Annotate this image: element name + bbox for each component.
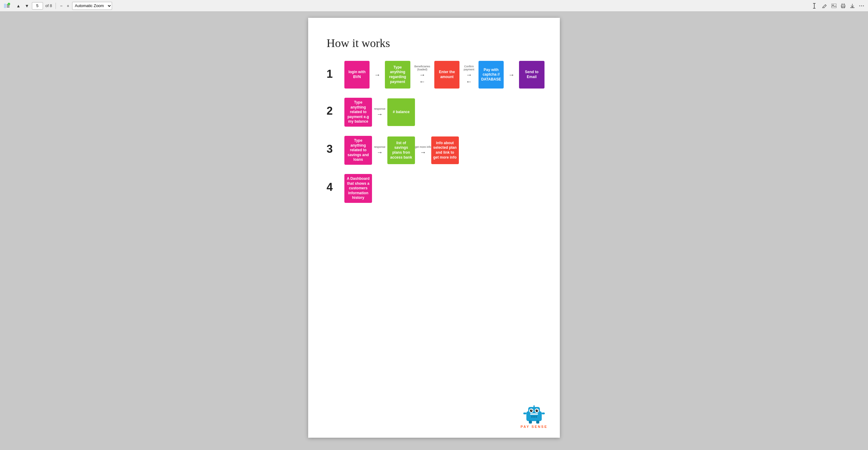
zoom-out-icon: − [60, 3, 62, 8]
row-number-2: 2 [327, 98, 339, 117]
box-pay-captcha: Pay with captcha // DATABASE [478, 61, 504, 88]
text-select-button[interactable] [811, 2, 819, 9]
right-arrow-icon-6: → [377, 149, 383, 155]
box-send-email: Send to Email [519, 61, 544, 88]
next-page-button[interactable]: ▼ [23, 2, 31, 9]
toolbar-right [811, 2, 866, 9]
svg-rect-30 [529, 421, 532, 424]
up-arrow-icon: ▲ [16, 3, 21, 8]
arrow-label-confirm: Confirm payment [460, 65, 478, 71]
page-title: How it works [327, 36, 541, 50]
zoom-in-button[interactable]: + [65, 2, 71, 9]
svg-rect-6 [813, 8, 815, 9]
svg-rect-27 [530, 414, 538, 415]
annotate-button[interactable] [821, 2, 829, 9]
box-type-payment: Type anything regarding payment [385, 61, 410, 88]
right-arrow-icon-7: → [420, 149, 426, 155]
sidebar-toggle-button[interactable] [2, 3, 13, 9]
zoom-in-icon: + [67, 3, 69, 8]
arrow-6: response → [372, 145, 388, 155]
svg-point-26 [537, 410, 538, 411]
right-arrow-icon-4: → [508, 72, 515, 78]
svg-rect-0 [4, 4, 6, 8]
download-button[interactable] [848, 2, 856, 9]
arrow-label-get-more-info: get more info [415, 145, 431, 148]
zoom-out-button[interactable]: − [58, 2, 64, 9]
svg-rect-14 [850, 7, 855, 8]
left-arrow-icon-2: ← [466, 78, 472, 85]
svg-point-16 [861, 5, 862, 6]
box-type-savings: Type anything related to savings and loa… [344, 136, 372, 165]
arrow-3: Confirm payment → ← [460, 65, 478, 85]
svg-point-34 [535, 416, 537, 418]
svg-point-25 [531, 410, 532, 411]
right-arrow-icon-2: → [419, 72, 425, 78]
arrow-label-response-2: response [374, 145, 385, 148]
svg-rect-4 [814, 3, 815, 9]
box-enter-amount: Enter the amount [434, 61, 460, 88]
svg-line-8 [822, 7, 823, 8]
left-arrow-icon: ← [419, 78, 425, 85]
more-options-button[interactable] [858, 2, 866, 9]
box-login-bvn: login with BVN [344, 61, 370, 88]
pdf-page: How it works 1 login with BVN → Type any… [308, 18, 560, 438]
arrow-4: → [504, 72, 519, 78]
svg-point-33 [533, 416, 535, 418]
right-arrow-icon: → [374, 72, 380, 78]
svg-point-17 [863, 5, 864, 6]
flow-row-1: 1 login with BVN → Type anything regardi… [327, 61, 541, 88]
box-dashboard: A Dashboard that shows a customers infor… [344, 174, 372, 203]
svg-rect-28 [523, 413, 526, 414]
arrow-1: → [370, 72, 385, 78]
right-arrow-icon-3: → [466, 72, 472, 78]
svg-point-32 [531, 416, 533, 418]
svg-rect-5 [813, 3, 815, 4]
flow-items-3: Type anything related to savings and loa… [344, 136, 459, 165]
page-count-label: of 8 [45, 3, 52, 8]
right-arrow-icon-5: → [377, 111, 383, 117]
double-arrow-icon-2: → ← [466, 72, 472, 85]
pay-sense-label: PAY SENSE [521, 425, 548, 428]
svg-point-15 [859, 5, 860, 6]
robot-icon [523, 405, 545, 424]
svg-rect-29 [542, 413, 545, 414]
arrow-label-beneficiaries: Beneficiaries (loaded) [410, 65, 434, 71]
flow-items-1: login with BVN → Type anything regarding… [344, 61, 545, 88]
separator [56, 3, 56, 9]
box-plan-info: info about selected plan and link to get… [431, 137, 459, 164]
arrow-label-response-1: response [374, 107, 385, 110]
double-arrow-icon: → ← [419, 72, 425, 85]
flow-row-4: 4 A Dashboard that shows a customers inf… [327, 174, 541, 203]
row-number-1: 1 [327, 61, 339, 81]
zoom-select[interactable]: Automatic Zoom 50% 75% 100% 125% 150% 20… [72, 2, 112, 10]
robot-logo: PAY SENSE [521, 405, 548, 428]
svg-rect-2 [7, 5, 9, 6]
svg-line-7 [825, 5, 826, 5]
arrow-2: Beneficiaries (loaded) → ← [410, 65, 434, 85]
box-type-balance: Type anything related to payment e.g my … [344, 98, 372, 126]
svg-rect-20 [533, 405, 535, 407]
arrow-5: response → [372, 107, 388, 117]
box-balance: # balance [388, 99, 415, 126]
box-savings-list: list of savings plans fron access bank [388, 137, 415, 164]
svg-rect-31 [536, 421, 539, 424]
flow-row-2: 2 Type anything related to payment e.g m… [327, 98, 541, 126]
scroll-area[interactable]: How it works 1 login with BVN → Type any… [0, 12, 868, 450]
svg-rect-3 [7, 7, 9, 7]
arrow-7: get more info → [415, 145, 431, 155]
row-number-4: 4 [327, 174, 339, 194]
page-number-input[interactable] [32, 2, 43, 9]
row-number-3: 3 [327, 136, 339, 156]
down-arrow-icon: ▼ [25, 3, 29, 8]
print-button[interactable] [839, 2, 847, 9]
flow-items-4: A Dashboard that shows a customers infor… [344, 174, 372, 203]
toolbar: ▲ ▼ of 8 − + Automatic Zoom 50% 75% 100%… [0, 0, 868, 12]
image-button[interactable] [830, 3, 838, 9]
prev-page-button[interactable]: ▲ [15, 2, 22, 9]
flow-row-3: 3 Type anything related to savings and l… [327, 136, 541, 165]
svg-rect-9 [832, 4, 836, 8]
flow-items-2: Type anything related to payment e.g my … [344, 98, 415, 126]
